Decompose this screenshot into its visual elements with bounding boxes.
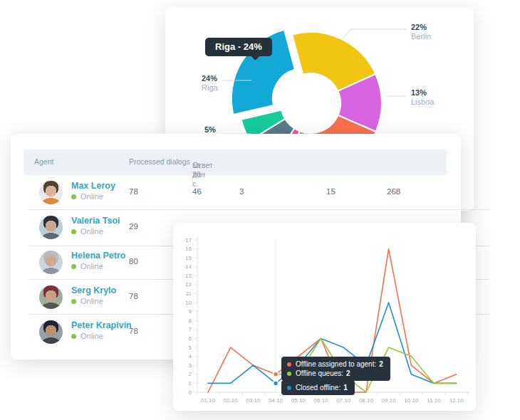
callout-pct: 13% — [411, 88, 434, 98]
online-status-label: Online — [80, 331, 103, 342]
tooltip-value: 2 — [346, 369, 350, 378]
online-status-dot — [71, 229, 76, 234]
svg-text:5: 5 — [189, 345, 192, 351]
agent-name-link[interactable]: Helena Petro — [71, 250, 125, 261]
cell-processed-dialogs: 78 — [129, 187, 138, 196]
cell-processed-dialogs: 78 — [129, 292, 138, 300]
avatar — [39, 181, 63, 204]
series-dot-green — [287, 372, 291, 376]
column-header-agent: Agent — [34, 157, 53, 166]
avatar — [39, 285, 63, 309]
svg-text:13: 13 — [185, 273, 192, 279]
svg-text:11: 11 — [186, 290, 192, 297]
svg-text:07.10: 07.10 — [336, 397, 351, 404]
svg-text:10: 10 — [185, 300, 192, 306]
agent-name-link[interactable]: Max Leroy — [71, 180, 115, 191]
cell-processed-dialogs: 78 — [129, 327, 138, 335]
avatar — [39, 216, 63, 239]
svg-text:02.10: 02.10 — [224, 397, 239, 404]
callout-city: Riga — [202, 83, 218, 93]
online-status-dot — [71, 299, 76, 304]
agent-name-link[interactable]: Serg Krylo — [71, 285, 116, 296]
svg-text:4: 4 — [189, 353, 192, 359]
tooltip-value: 1 — [343, 383, 348, 392]
svg-text:16: 16 — [185, 246, 192, 252]
online-status-label: Online — [80, 191, 103, 202]
agent-name-link[interactable]: Peter Krapivin — [71, 320, 132, 331]
svg-text:15: 15 — [185, 255, 192, 261]
series-dot-blue — [287, 386, 291, 390]
svg-text:2: 2 — [189, 371, 192, 377]
callout-city: Berlin — [411, 32, 431, 41]
svg-text:08.10: 08.10 — [359, 397, 374, 404]
callout-label-lisboa: 13% Lisboa — [411, 88, 434, 107]
svg-text:6: 6 — [189, 335, 192, 342]
svg-text:17: 17 — [185, 237, 192, 243]
cell-value: 268 — [387, 187, 400, 196]
svg-text:01.10: 01.10 — [201, 397, 216, 404]
svg-text:9: 9 — [189, 308, 192, 315]
callout-city: Lisboa — [411, 98, 434, 107]
svg-text:12: 12 — [185, 281, 192, 288]
row-divider — [28, 209, 489, 210]
tooltip-value: 2 — [379, 359, 383, 369]
cell-processed-dialogs: 80 — [129, 257, 138, 266]
svg-text:3: 3 — [189, 362, 192, 369]
online-status-dot — [71, 264, 76, 269]
tooltip-label: Closed offline: — [296, 383, 340, 392]
svg-text:11.10: 11.10 — [427, 397, 441, 404]
svg-text:05.10: 05.10 — [291, 397, 306, 404]
callout-pct: 24% — [202, 74, 218, 83]
svg-text:1: 1 — [189, 380, 192, 387]
online-status-dot — [71, 194, 76, 199]
tooltip-label: Offline assigned to agent: — [296, 359, 376, 369]
online-status-label: Online — [80, 226, 103, 237]
online-status-dot — [71, 334, 76, 339]
cell-value: 15 — [326, 187, 336, 196]
donut-tooltip: Riga - 24% — [205, 38, 272, 56]
avatar — [39, 320, 63, 344]
table-row[interactable]: Max Leroy Online 78 46 3 15 268 — [24, 175, 447, 210]
svg-text:04.10: 04.10 — [269, 397, 284, 404]
callout-pct: 22% — [411, 23, 431, 32]
cell-processed-dialogs: 29 — [129, 222, 138, 231]
svg-text:03.10: 03.10 — [246, 397, 261, 404]
svg-text:09.10: 09.10 — [382, 397, 397, 404]
dashboard-page: Riga - 24% 22% Berlin 13% Lisboa 24% Rig… — [0, 0, 520, 420]
svg-text:14: 14 — [185, 263, 192, 270]
svg-text:12.10: 12.10 — [449, 397, 464, 404]
cell-value: 3 — [239, 187, 244, 196]
callout-label-berlin: 22% Berlin — [411, 23, 431, 41]
online-status-label: Online — [80, 261, 103, 272]
online-status-label: Online — [80, 296, 103, 307]
tooltip-label: Offline queues: — [296, 369, 343, 378]
line-chart-card: 0123456789101112131415161701.1002.1003.1… — [173, 223, 476, 411]
cell-answer-20s: 46 — [192, 187, 202, 196]
svg-text:06.10: 06.10 — [313, 397, 328, 404]
series-dot-orange — [287, 362, 291, 367]
avatar — [39, 251, 63, 274]
svg-text:8: 8 — [189, 317, 192, 324]
callout-label-riga: 24% Riga — [202, 74, 218, 93]
svg-text:0: 0 — [189, 389, 192, 396]
svg-text:10.10: 10.10 — [404, 397, 419, 404]
agent-name-link[interactable]: Valeria Tsoi — [71, 215, 120, 226]
table-header: Agent Processed dialogs Ответ дан за 20 … — [24, 149, 447, 175]
chart-tooltip-secondary: Closed offline: 1 — [281, 380, 355, 395]
svg-text:7: 7 — [189, 326, 192, 332]
column-header-processed-dialogs: Processed dialogs — [129, 157, 190, 166]
chart-tooltip: Offline assigned to agent: 2 Offline que… — [281, 357, 390, 381]
